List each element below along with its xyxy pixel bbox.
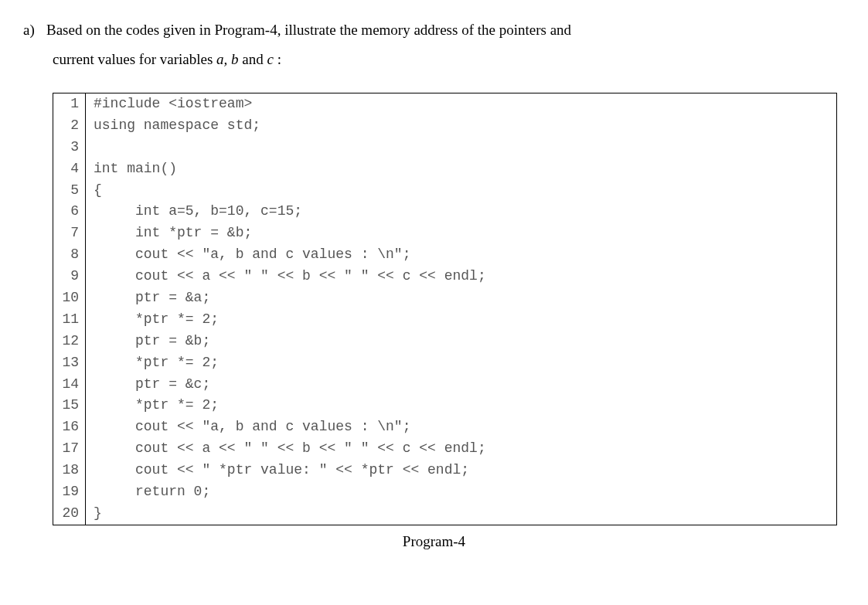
var-b: b	[231, 51, 242, 67]
code-row: 19 return 0;	[53, 481, 836, 503]
code-text: #include <iostream>	[86, 93, 252, 115]
code-text: *ptr *= 2;	[86, 309, 219, 331]
code-row: 5{	[53, 180, 836, 202]
code-row: 17 cout << a << " " << b << " " << c << …	[53, 438, 836, 460]
line-number: 20	[53, 503, 86, 525]
line-number: 16	[53, 416, 86, 438]
question-text-2b: and	[242, 51, 267, 67]
code-text: *ptr *= 2;	[86, 395, 219, 416]
code-row: 14 ptr = &c;	[53, 374, 836, 396]
question-block: a) Based on the codes given in Program-4…	[23, 15, 845, 74]
code-text: int main()	[86, 158, 177, 180]
line-number: 10	[53, 287, 86, 309]
code-row: 3	[53, 137, 836, 158]
question-line2: current values for variables a, b and c …	[23, 45, 845, 74]
question-text-2a: current values for variables	[53, 51, 216, 67]
code-row: 11 *ptr *= 2;	[53, 309, 836, 331]
code-text: int a=5, b=10, c=15;	[86, 201, 302, 223]
question-label: a)	[23, 15, 46, 45]
line-number: 15	[53, 395, 86, 416]
code-row: 15 *ptr *= 2;	[53, 395, 836, 416]
code-row: 2using namespace std;	[53, 115, 836, 137]
line-number: 5	[53, 180, 86, 202]
code-text: ptr = &a;	[86, 287, 210, 309]
code-row: 18 cout << " *ptr value: " << *ptr << en…	[53, 460, 836, 481]
line-number: 11	[53, 309, 86, 331]
line-number: 4	[53, 158, 86, 180]
code-row: 1#include <iostream>	[53, 93, 836, 115]
code-text: }	[86, 503, 102, 525]
code-row: 12 ptr = &b;	[53, 331, 836, 352]
code-text: cout << a << " " << b << " " << c << end…	[86, 438, 486, 460]
question-text-2c: :	[277, 51, 281, 67]
code-text: int *ptr = &b;	[86, 223, 252, 244]
line-number: 13	[53, 352, 86, 374]
var-a: a,	[216, 51, 231, 67]
line-number: 2	[53, 115, 86, 137]
code-row: 6 int a=5, b=10, c=15;	[53, 201, 836, 223]
code-text: *ptr *= 2;	[86, 352, 219, 374]
code-text	[86, 137, 94, 158]
caption: Program-4	[23, 533, 845, 550]
code-row: 8 cout << "a, b and c values : \n";	[53, 244, 836, 266]
question-text-1: Based on the codes given in Program-4, i…	[46, 15, 845, 45]
code-text: using namespace std;	[86, 115, 260, 137]
code-row: 10 ptr = &a;	[53, 287, 836, 309]
line-number: 12	[53, 331, 86, 352]
code-text: ptr = &b;	[86, 331, 210, 352]
line-number: 6	[53, 201, 86, 223]
code-row: 13 *ptr *= 2;	[53, 352, 836, 374]
code-text: {	[86, 180, 102, 202]
line-number: 17	[53, 438, 86, 460]
code-block: 1#include <iostream>2using namespace std…	[53, 93, 837, 525]
line-number: 18	[53, 460, 86, 481]
code-text: cout << "a, b and c values : \n";	[86, 244, 410, 266]
code-text: cout << a << " " << b << " " << c << end…	[86, 266, 486, 287]
code-text: return 0;	[86, 481, 210, 503]
code-row: 9 cout << a << " " << b << " " << c << e…	[53, 266, 836, 287]
code-row: 7 int *ptr = &b;	[53, 223, 836, 244]
line-number: 1	[53, 93, 86, 115]
line-number: 7	[53, 223, 86, 244]
code-row: 4int main()	[53, 158, 836, 180]
line-number: 19	[53, 481, 86, 503]
code-text: cout << "a, b and c values : \n";	[86, 416, 410, 438]
question-line1: a) Based on the codes given in Program-4…	[23, 15, 845, 45]
code-text: ptr = &c;	[86, 374, 210, 396]
line-number: 3	[53, 137, 86, 158]
code-row: 20}	[53, 503, 836, 525]
line-number: 9	[53, 266, 86, 287]
code-text: cout << " *ptr value: " << *ptr << endl;	[86, 460, 469, 481]
line-number: 8	[53, 244, 86, 266]
line-number: 14	[53, 374, 86, 396]
var-c: c	[267, 51, 277, 67]
code-row: 16 cout << "a, b and c values : \n";	[53, 416, 836, 438]
